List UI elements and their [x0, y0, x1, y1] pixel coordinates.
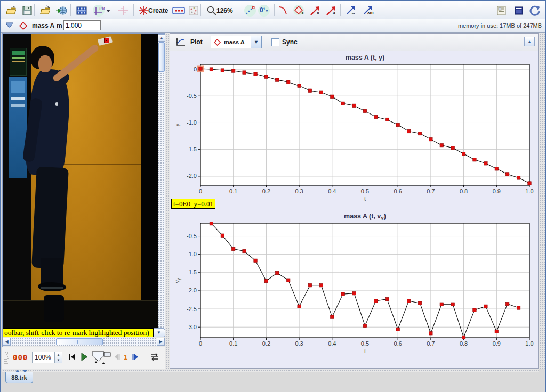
calibration-icon[interactable]	[116, 4, 130, 18]
plot-y-vs-t[interactable]: 00.10.20.30.40.50.60.70.80.91.00-0.5-1.0…	[170, 52, 538, 208]
video-frame[interactable]	[3, 34, 158, 328]
banner-dropdown-button[interactable]: ▼	[154, 328, 164, 337]
svg-text:0.3: 0.3	[295, 340, 303, 347]
open-trk-icon[interactable]	[38, 4, 52, 18]
plot-count-button[interactable]: Plot	[190, 38, 203, 46]
refresh-icon[interactable]	[528, 4, 542, 18]
point-marker[interactable]	[104, 38, 109, 43]
step-size-label[interactable]: 1	[124, 353, 127, 361]
svg-text:+10: +10	[99, 6, 105, 11]
axes-visibility-icon[interactable]: +10	[91, 4, 112, 18]
step-back-button[interactable]	[113, 353, 120, 362]
video-vscrollbar[interactable]: ▲ ▼	[158, 34, 165, 337]
sync-label: Sync	[282, 38, 298, 46]
video-hscrollbar[interactable]: ◀ ▶	[3, 338, 165, 346]
stretch-vectors-icon[interactable]: ↔	[344, 4, 358, 18]
rgb-region-icon[interactable]	[187, 4, 200, 18]
svg-text:0.5: 0.5	[361, 188, 369, 194]
create-button[interactable]: Create	[148, 7, 168, 14]
svg-text:0.1: 0.1	[229, 340, 237, 347]
svg-text:0.9: 0.9	[493, 340, 501, 347]
window-layout-icon[interactable]	[512, 4, 526, 18]
shoe-sole	[41, 287, 63, 289]
svg-text:0.2: 0.2	[262, 340, 270, 347]
position-slider[interactable]	[91, 350, 113, 366]
video-floor	[3, 300, 158, 328]
poster	[9, 77, 27, 178]
main-toolbar: +10 Create 126% 0¹₂	[1, 0, 546, 21]
svg-text:vy: vy	[174, 277, 181, 283]
svg-text:0.4: 0.4	[328, 340, 336, 347]
plot-vy-vs-t[interactable]: 00.10.20.30.40.50.60.70.80.91.0-0.5-1.0-…	[170, 208, 538, 368]
tracker-app: +10 Create 126% 0¹₂	[0, 0, 546, 392]
zoom-level-label[interactable]: 126%	[216, 7, 233, 14]
combo-arrow-icon[interactable]: ▼	[251, 36, 261, 48]
hscroll-thumb[interactable]	[56, 338, 103, 345]
svg-text:-1.0: -1.0	[187, 251, 197, 257]
loop-button[interactable]	[150, 353, 159, 362]
person-face	[38, 55, 52, 72]
chevron-down-icon	[106, 10, 110, 12]
labels-icon[interactable]: 0¹₂	[257, 4, 271, 18]
floor-seam	[73, 301, 73, 328]
svg-text:-0.5: -0.5	[187, 93, 197, 99]
svg-text:0.7: 0.7	[427, 340, 435, 347]
svg-text:0: 0	[199, 340, 202, 347]
track-select-combo[interactable]: mass A ▼	[211, 36, 262, 48]
goto-start-button[interactable]	[68, 353, 76, 362]
notes-icon[interactable]	[495, 4, 509, 18]
point-coordinates-tooltip: t=0E0 y=0.01	[171, 199, 215, 209]
svg-text:0.8: 0.8	[460, 188, 468, 194]
clip-settings-icon[interactable]	[75, 4, 89, 18]
xmass-vectors-icon[interactable]: xm	[362, 4, 375, 18]
velocity-icon[interactable]: v	[308, 4, 322, 18]
paths-icon[interactable]	[277, 4, 291, 18]
scroll-left-icon[interactable]: ◀	[3, 338, 11, 346]
player-grip[interactable]	[4, 352, 9, 364]
zoom-spinner[interactable]: ▲▼	[54, 352, 62, 363]
svg-text:t: t	[364, 348, 366, 354]
svg-text:-2.5: -2.5	[187, 306, 197, 312]
person-legs	[31, 167, 69, 270]
scroll-up-icon[interactable]: ▲	[158, 34, 165, 42]
acceleration-icon[interactable]: a	[324, 4, 338, 18]
plot-icon	[175, 37, 186, 48]
shirt-logo	[55, 102, 58, 106]
document-tab[interactable]: 88.trk	[5, 372, 33, 383]
track-shape-icon[interactable]	[19, 22, 27, 31]
play-button[interactable]	[81, 353, 88, 362]
track-name-button[interactable]: mass A	[32, 22, 54, 29]
svg-text:0.8: 0.8	[460, 340, 468, 347]
sync-checkbox[interactable]	[271, 38, 279, 46]
import-video-icon[interactable]	[54, 4, 68, 18]
combo-selected-track: mass A	[224, 39, 245, 45]
collapse-panel-button[interactable]: ▲	[524, 37, 535, 46]
step-forward-button[interactable]	[132, 353, 139, 362]
svg-text:-1.5: -1.5	[187, 146, 197, 152]
split-divider[interactable]	[165, 33, 170, 369]
mass-field[interactable]	[63, 20, 101, 30]
dark-object	[44, 295, 64, 322]
svg-text:-1.5: -1.5	[187, 269, 197, 275]
vscroll-thumb[interactable]	[158, 42, 165, 72]
svg-text:0.5: 0.5	[361, 340, 369, 347]
player-zoom-value: 100%	[35, 354, 51, 361]
scroll-right-icon[interactable]: ▶	[157, 338, 165, 346]
open-file-icon[interactable]	[4, 4, 18, 18]
track-menu-icon[interactable]	[5, 22, 13, 30]
positions-icon[interactable]: x	[292, 4, 306, 18]
bottom-divider[interactable]	[2, 369, 539, 372]
calibration-stick-icon[interactable]	[172, 4, 186, 18]
svg-text:mass A (t, y): mass A (t, y)	[346, 54, 384, 61]
svg-text:0.3: 0.3	[295, 188, 303, 194]
svg-text:0.7: 0.7	[427, 188, 435, 194]
trails-icon[interactable]	[243, 4, 257, 18]
svg-text:0: 0	[194, 66, 197, 72]
player-zoom-box[interactable]: 100%	[32, 352, 54, 363]
svg-text:0.6: 0.6	[394, 340, 402, 347]
svg-text:0.6: 0.6	[394, 188, 402, 194]
right-divider[interactable]	[539, 33, 546, 369]
plot-panel: Plot mass A ▼ Sync ▲ 00.10.20.30.40.50.6…	[170, 33, 539, 369]
save-icon[interactable]	[20, 4, 34, 18]
svg-text:0: 0	[199, 188, 202, 194]
